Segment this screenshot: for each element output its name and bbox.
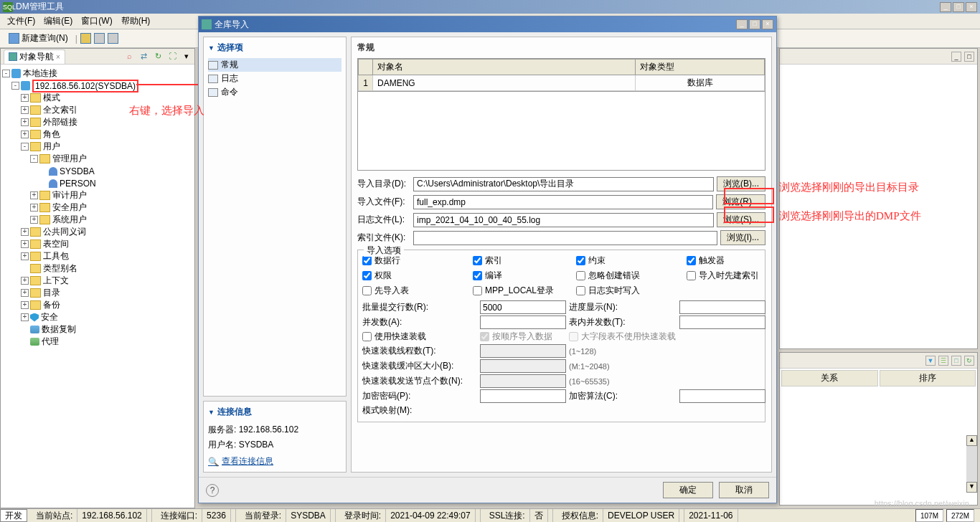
fastthread-hint: (1~128) (569, 347, 677, 356)
encalg-input[interactable] (679, 389, 765, 403)
object-nav-tab[interactable]: 对象导航 × (4, 49, 65, 64)
browse-index-button[interactable]: 浏览(I)... (720, 230, 765, 245)
cell-objname[interactable]: DAMENG (373, 75, 636, 91)
chk-index[interactable]: 索引 (473, 255, 573, 267)
tree-schema[interactable]: 模式 (43, 92, 60, 104)
tree-agent[interactable]: 代理 (42, 336, 59, 348)
opt-log[interactable]: 日志 (208, 72, 341, 85)
folder-open-icon (30, 142, 41, 151)
filter-icon[interactable]: ▼ (925, 356, 936, 366)
chk-trigger[interactable]: 触发器 (687, 255, 772, 267)
refresh-icon[interactable]: ↻ (964, 356, 974, 366)
tree-sys-user[interactable]: 系统用户 (52, 214, 87, 226)
refresh-icon[interactable]: ↻ (153, 52, 163, 62)
tool-icon-1[interactable] (80, 33, 91, 44)
tree-replication[interactable]: 数据复制 (42, 323, 76, 336)
view-conn-link[interactable]: 🔍查看连接信息 (208, 455, 341, 468)
browse-dir-button[interactable]: 浏览(B)... (717, 176, 765, 191)
menu-icon[interactable]: ▾ (182, 52, 192, 62)
dialog-close[interactable]: × (762, 19, 773, 29)
tree-security[interactable]: 安全 (41, 311, 58, 323)
tree-fulltext[interactable]: 全文索引 (43, 104, 77, 116)
tree-icon[interactable]: ☰ (938, 356, 948, 366)
tree-role[interactable]: 角色 (43, 128, 60, 141)
sql-icon[interactable]: □ (951, 356, 961, 366)
chk-fastload[interactable]: 使用快速装载 (362, 331, 477, 343)
tree-sysdba[interactable]: SYSDBA (60, 166, 95, 176)
bg-panel-1: _□ (779, 48, 978, 349)
dialog-minimize[interactable]: _ (736, 19, 748, 29)
dialog-maximize[interactable]: □ (749, 19, 760, 29)
tree-backup[interactable]: 备份 (43, 299, 60, 311)
chk-ignoreerr[interactable]: 忽略创建错误 (576, 270, 684, 282)
chk-preimport[interactable]: 先导入表 (362, 285, 470, 297)
opt-general[interactable]: 常规 (208, 58, 341, 72)
tree-root[interactable]: 本地连接 (23, 67, 57, 80)
menu-help[interactable]: 帮助(H) (117, 14, 155, 29)
folder-icon (30, 93, 41, 103)
menu-window[interactable]: 窗口(W) (77, 14, 116, 29)
indexfile-input[interactable] (413, 231, 717, 245)
tree-synonym[interactable]: 公共同义词 (43, 226, 86, 238)
tree-mgmt-user[interactable]: 管理用户 (52, 153, 87, 165)
tree-audit-user[interactable]: 审计用户 (52, 189, 87, 201)
encpwd-input[interactable] (480, 389, 566, 403)
maximize-button[interactable]: □ (953, 2, 964, 12)
new-query-button[interactable]: 新建查询(N) (4, 31, 72, 46)
encalg-label: 加密算法(C): (569, 390, 677, 402)
tree-sec-user[interactable]: 安全用户 (52, 201, 87, 214)
tableconc-input[interactable] (679, 315, 765, 329)
minimize-button[interactable]: _ (940, 2, 951, 12)
chk-logrealtime[interactable]: 日志实时写入 (576, 285, 684, 297)
cancel-button[interactable]: 取消 (719, 482, 769, 498)
tree-extlink[interactable]: 外部链接 (43, 116, 77, 128)
close-button[interactable]: × (966, 2, 977, 12)
fastbuf-input (480, 359, 566, 373)
tree-toolkit[interactable]: 工具包 (43, 250, 69, 262)
tool-icon-2[interactable] (94, 33, 105, 44)
logfile-input[interactable] (413, 213, 714, 227)
close-tab-icon[interactable]: × (56, 53, 60, 61)
dialog-title: 全库导入 (215, 19, 249, 31)
help-button[interactable]: ? (206, 484, 219, 497)
sql-icon (9, 33, 19, 44)
menu-edit[interactable]: 编辑(E) (39, 14, 77, 29)
importdir-label: 导入目录(D): (357, 178, 410, 190)
chk-seqimport: 按顺序导入数据 (480, 331, 566, 343)
tree-dir[interactable]: 目录 (43, 287, 60, 299)
tree-typealias[interactable]: 类型别名 (43, 262, 77, 275)
tree-context[interactable]: 上下文 (43, 275, 69, 287)
folder-icon (30, 130, 41, 139)
browse-file-button[interactable]: 浏览(R)... (716, 194, 765, 209)
fastnode-input (480, 374, 566, 388)
cell-objtype[interactable]: 数据库 (636, 75, 765, 91)
importfile-input[interactable] (413, 195, 713, 209)
progress-input[interactable] (679, 300, 765, 314)
importdir-input[interactable] (413, 177, 714, 191)
object-tree[interactable]: -本地连接 -192.168.56.102(SYSDBA) +模式 +全文索引 … (1, 65, 194, 508)
row-header: 1 (359, 75, 373, 91)
find-icon[interactable]: ⌕ (124, 52, 134, 62)
minimize-icon[interactable]: _ (951, 52, 961, 62)
batchrows-input[interactable] (480, 300, 566, 314)
link-icon[interactable]: ⇄ (138, 52, 149, 62)
chk-compile[interactable]: 编译 (473, 270, 573, 282)
expand-icon[interactable]: ⛶ (167, 52, 177, 62)
tree-tablespace[interactable]: 表空间 (43, 238, 69, 250)
chk-buildidx[interactable]: 导入时先建索引 (687, 270, 772, 282)
concur-input[interactable] (480, 315, 566, 329)
chk-constraint[interactable]: 约束 (576, 255, 684, 267)
folder-icon (30, 264, 41, 273)
tree-connection[interactable]: 192.168.56.102(SYSDBA) (32, 80, 138, 92)
tree-person[interactable]: PERSON (60, 179, 96, 189)
ok-button[interactable]: 确定 (663, 482, 713, 498)
tool-icon-3[interactable] (108, 33, 118, 44)
scrollbar[interactable]: ▲ ▼ (966, 435, 978, 493)
chk-mpplocal[interactable]: MPP_LOCAL登录 (473, 285, 573, 297)
browse-log-button[interactable]: 浏览(S)... (717, 212, 765, 227)
opt-cmd[interactable]: 命令 (208, 85, 341, 99)
menu-file[interactable]: 文件(F) (3, 14, 39, 29)
maximize-icon[interactable]: □ (964, 52, 974, 62)
chk-priv[interactable]: 权限 (362, 270, 470, 282)
tree-user[interactable]: 用户 (43, 141, 60, 153)
